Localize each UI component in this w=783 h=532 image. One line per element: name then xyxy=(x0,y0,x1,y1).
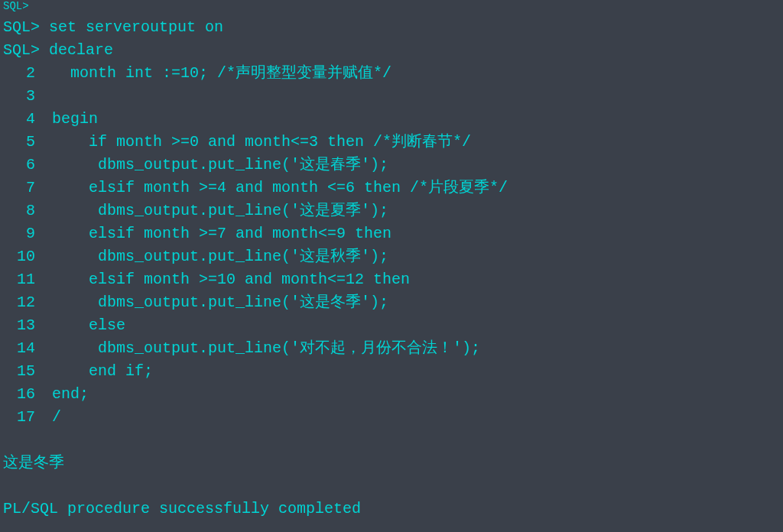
numbered-line: 3 xyxy=(3,85,780,108)
output-text: PL/SQL procedure successfully completed xyxy=(3,498,361,521)
line-number: 5 xyxy=(3,131,43,154)
numbered-line: 8 dbms_output.put_line('这是夏季'); xyxy=(3,200,780,222)
code-text: dbms_output.put_line('这是冬季'); xyxy=(43,291,388,314)
code-text: set serveroutput on xyxy=(49,16,223,39)
code-text: elsif month >=7 and month<=9 then xyxy=(43,222,392,245)
code-text: month int :=10; /*声明整型变量并赋值*/ xyxy=(43,62,392,85)
line-number: 12 xyxy=(3,291,43,314)
output-text: 这是冬季 xyxy=(3,452,64,475)
numbered-line: 17 / xyxy=(3,406,780,429)
numbered-line: 12 dbms_output.put_line('这是冬季'); xyxy=(3,291,780,314)
line-number: 11 xyxy=(3,268,43,291)
code-text: begin xyxy=(43,108,98,131)
output-text xyxy=(3,475,12,498)
numbered-line: 15 end if; xyxy=(3,360,780,383)
sql-prompt: SQL> xyxy=(3,16,49,39)
partial-line: SQL> xyxy=(3,0,780,16)
line-number: 14 xyxy=(3,337,43,360)
numbered-line: 4 begin xyxy=(3,108,780,131)
line-number: 13 xyxy=(3,314,43,337)
line-number: 9 xyxy=(3,222,43,245)
output-line xyxy=(3,475,780,498)
code-text: dbms_output.put_line('这是春季'); xyxy=(43,154,388,177)
line-number: 2 xyxy=(3,62,43,85)
numbered-line: 6 dbms_output.put_line('这是春季'); xyxy=(3,154,780,177)
line-number: 6 xyxy=(3,154,43,177)
code-text: end if; xyxy=(43,360,153,383)
numbered-line: 2 month int :=10; /*声明整型变量并赋值*/ xyxy=(3,62,780,85)
code-text: dbms_output.put_line('这是秋季'); xyxy=(43,245,388,268)
code-text: elsif month >=10 and month<=12 then xyxy=(43,268,410,291)
line-number: 7 xyxy=(3,177,43,200)
prompt-line: SQL> declare xyxy=(3,39,780,62)
numbered-line: 13 else xyxy=(3,314,780,337)
output-line xyxy=(3,429,780,452)
code-text: else xyxy=(43,314,125,337)
numbered-line: 9 elsif month >=7 and month<=9 then xyxy=(3,222,780,245)
output-line: PL/SQL procedure successfully completed xyxy=(3,498,780,521)
line-number: 16 xyxy=(3,383,43,406)
code-text: end; xyxy=(43,383,89,406)
numbered-line: 7 elsif month >=4 and month <=6 then /*片… xyxy=(3,177,780,200)
output-text xyxy=(3,429,12,452)
code-text: dbms_output.put_line('对不起，月份不合法！'); xyxy=(43,337,480,360)
numbered-line: 5 if month >=0 and month<=3 then /*判断春节*… xyxy=(3,131,780,154)
code-text: declare xyxy=(49,39,113,62)
output-line: 这是冬季 xyxy=(3,452,780,475)
line-number: 3 xyxy=(3,85,43,108)
numbered-line: 16 end; xyxy=(3,383,780,406)
line-number: 17 xyxy=(3,406,43,429)
line-number: 4 xyxy=(3,108,43,131)
code-text: if month >=0 and month<=3 then /*判断春节*/ xyxy=(43,131,471,154)
numbered-line: 14 dbms_output.put_line('对不起，月份不合法！'); xyxy=(3,337,780,360)
numbered-line: 11 elsif month >=10 and month<=12 then xyxy=(3,268,780,291)
line-number: 8 xyxy=(3,200,43,222)
sql-terminal[interactable]: SQL> SQL> set serveroutput onSQL> declar… xyxy=(0,0,783,521)
line-number: 10 xyxy=(3,245,43,268)
sql-prompt: SQL> xyxy=(3,39,49,62)
code-text: / xyxy=(43,406,61,429)
numbered-line: 10 dbms_output.put_line('这是秋季'); xyxy=(3,245,780,268)
line-number: 15 xyxy=(3,360,43,383)
partial-prompt: SQL> xyxy=(3,0,29,15)
code-text: elsif month >=4 and month <=6 then /*片段夏… xyxy=(43,177,508,200)
code-text: dbms_output.put_line('这是夏季'); xyxy=(43,200,388,222)
prompt-line: SQL> set serveroutput on xyxy=(3,16,780,39)
